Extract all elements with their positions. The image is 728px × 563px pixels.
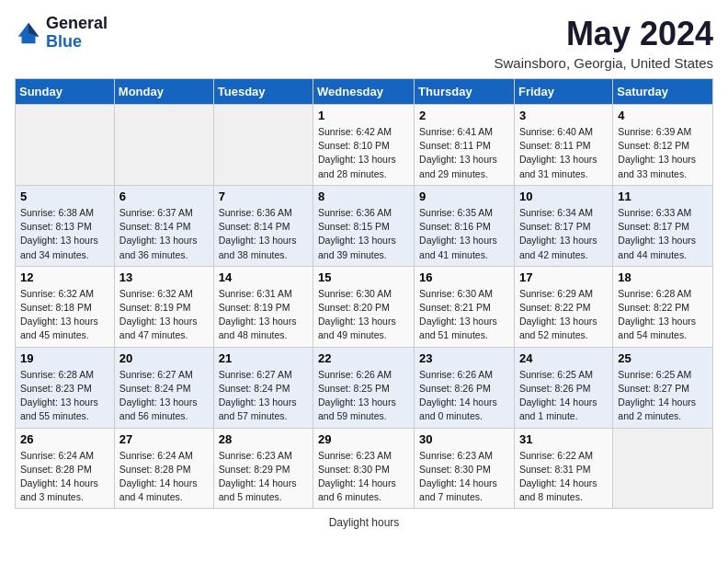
day-info: Sunrise: 6:36 AM Sunset: 8:15 PM Dayligh… <box>318 206 409 262</box>
day-info: Sunrise: 6:25 AM Sunset: 8:27 PM Dayligh… <box>618 368 708 424</box>
day-header-tuesday: Tuesday <box>213 79 313 105</box>
day-number: 5 <box>20 190 109 203</box>
day-number: 7 <box>219 190 308 203</box>
calendar-cell <box>213 105 313 186</box>
calendar-cell: 13Sunrise: 6:32 AM Sunset: 8:19 PM Dayli… <box>114 266 213 347</box>
day-number: 22 <box>318 351 409 365</box>
day-number: 16 <box>419 270 509 284</box>
calendar-cell: 11Sunrise: 6:33 AM Sunset: 8:17 PM Dayli… <box>613 185 713 266</box>
day-number: 14 <box>219 270 308 284</box>
logo-general-text: General <box>46 15 108 33</box>
calendar-cell: 21Sunrise: 6:27 AM Sunset: 8:24 PM Dayli… <box>213 347 313 428</box>
calendar-cell <box>613 428 713 509</box>
day-number: 13 <box>119 270 209 284</box>
day-info: Sunrise: 6:42 AM Sunset: 8:10 PM Dayligh… <box>318 125 409 181</box>
days-row: SundayMondayTuesdayWednesdayThursdayFrid… <box>16 79 713 105</box>
calendar-cell: 29Sunrise: 6:23 AM Sunset: 8:30 PM Dayli… <box>313 428 415 509</box>
day-number: 25 <box>618 351 708 365</box>
logo-blue-text: Blue <box>46 33 108 52</box>
calendar-header: SundayMondayTuesdayWednesdayThursdayFrid… <box>16 79 713 105</box>
calendar-cell: 19Sunrise: 6:28 AM Sunset: 8:23 PM Dayli… <box>16 347 115 428</box>
day-info: Sunrise: 6:38 AM Sunset: 8:13 PM Dayligh… <box>20 206 109 262</box>
week-row-1: 1Sunrise: 6:42 AM Sunset: 8:10 PM Daylig… <box>16 105 713 186</box>
day-info: Sunrise: 6:27 AM Sunset: 8:24 PM Dayligh… <box>119 368 209 424</box>
day-info: Sunrise: 6:26 AM Sunset: 8:26 PM Dayligh… <box>419 368 509 424</box>
day-info: Sunrise: 6:30 AM Sunset: 8:21 PM Dayligh… <box>419 287 509 343</box>
calendar-cell: 8Sunrise: 6:36 AM Sunset: 8:15 PM Daylig… <box>313 185 415 266</box>
calendar-cell: 5Sunrise: 6:38 AM Sunset: 8:13 PM Daylig… <box>16 185 115 266</box>
day-header-thursday: Thursday <box>415 79 515 105</box>
calendar-cell: 31Sunrise: 6:22 AM Sunset: 8:31 PM Dayli… <box>514 428 612 509</box>
day-number: 6 <box>119 190 209 203</box>
day-header-monday: Monday <box>114 79 213 105</box>
day-number: 8 <box>318 190 409 203</box>
day-info: Sunrise: 6:39 AM Sunset: 8:12 PM Dayligh… <box>618 125 708 181</box>
calendar-cell: 28Sunrise: 6:23 AM Sunset: 8:29 PM Dayli… <box>213 428 313 509</box>
day-info: Sunrise: 6:41 AM Sunset: 8:11 PM Dayligh… <box>419 125 509 181</box>
calendar-cell: 17Sunrise: 6:29 AM Sunset: 8:22 PM Dayli… <box>514 266 612 347</box>
calendar-cell: 2Sunrise: 6:41 AM Sunset: 8:11 PM Daylig… <box>415 105 515 186</box>
title-area: May 2024 Swainsboro, Georgia, United Sta… <box>495 15 713 71</box>
day-number: 15 <box>318 270 409 284</box>
day-info: Sunrise: 6:35 AM Sunset: 8:16 PM Dayligh… <box>419 206 509 262</box>
week-row-2: 5Sunrise: 6:38 AM Sunset: 8:13 PM Daylig… <box>16 185 713 266</box>
location-text: Swainsboro, Georgia, United States <box>495 55 713 71</box>
day-info: Sunrise: 6:28 AM Sunset: 8:22 PM Dayligh… <box>618 287 708 343</box>
month-title: May 2024 <box>495 15 713 53</box>
week-row-3: 12Sunrise: 6:32 AM Sunset: 8:18 PM Dayli… <box>16 266 713 347</box>
day-number: 21 <box>219 351 308 365</box>
day-number: 27 <box>119 432 209 446</box>
day-number: 24 <box>519 351 608 365</box>
day-number: 11 <box>618 190 708 203</box>
logo: General Blue <box>15 15 108 52</box>
calendar-cell: 1Sunrise: 6:42 AM Sunset: 8:10 PM Daylig… <box>313 105 415 186</box>
day-info: Sunrise: 6:32 AM Sunset: 8:18 PM Dayligh… <box>20 287 109 343</box>
day-number: 28 <box>219 432 308 446</box>
day-number: 4 <box>618 109 708 122</box>
calendar-cell: 16Sunrise: 6:30 AM Sunset: 8:21 PM Dayli… <box>415 266 515 347</box>
day-number: 31 <box>519 432 608 446</box>
day-info: Sunrise: 6:40 AM Sunset: 8:11 PM Dayligh… <box>519 125 608 181</box>
calendar-cell: 4Sunrise: 6:39 AM Sunset: 8:12 PM Daylig… <box>613 105 713 186</box>
calendar-cell: 6Sunrise: 6:37 AM Sunset: 8:14 PM Daylig… <box>114 185 213 266</box>
day-info: Sunrise: 6:22 AM Sunset: 8:31 PM Dayligh… <box>519 449 608 505</box>
calendar-cell <box>16 105 115 186</box>
day-info: Sunrise: 6:36 AM Sunset: 8:14 PM Dayligh… <box>219 206 308 262</box>
day-info: Sunrise: 6:23 AM Sunset: 8:30 PM Dayligh… <box>419 449 509 505</box>
calendar-cell: 12Sunrise: 6:32 AM Sunset: 8:18 PM Dayli… <box>16 266 115 347</box>
page-header: General Blue May 2024 Swainsboro, Georgi… <box>15 15 713 71</box>
calendar-cell: 15Sunrise: 6:30 AM Sunset: 8:20 PM Dayli… <box>313 266 415 347</box>
day-number: 3 <box>519 109 608 122</box>
calendar-cell: 10Sunrise: 6:34 AM Sunset: 8:17 PM Dayli… <box>514 185 612 266</box>
day-number: 1 <box>318 109 409 122</box>
day-info: Sunrise: 6:23 AM Sunset: 8:30 PM Dayligh… <box>318 449 409 505</box>
calendar-body: 1Sunrise: 6:42 AM Sunset: 8:10 PM Daylig… <box>16 105 713 509</box>
calendar-cell: 26Sunrise: 6:24 AM Sunset: 8:28 PM Dayli… <box>16 428 115 509</box>
calendar-table: SundayMondayTuesdayWednesdayThursdayFrid… <box>15 78 713 509</box>
calendar-cell: 3Sunrise: 6:40 AM Sunset: 8:11 PM Daylig… <box>514 105 612 186</box>
day-number: 26 <box>20 432 109 446</box>
day-info: Sunrise: 6:24 AM Sunset: 8:28 PM Dayligh… <box>119 449 209 505</box>
calendar-cell: 23Sunrise: 6:26 AM Sunset: 8:26 PM Dayli… <box>415 347 515 428</box>
logo-icon <box>15 19 42 47</box>
day-number: 19 <box>20 351 109 365</box>
day-info: Sunrise: 6:31 AM Sunset: 8:19 PM Dayligh… <box>219 287 308 343</box>
day-number: 10 <box>519 190 608 203</box>
calendar-cell: 22Sunrise: 6:26 AM Sunset: 8:25 PM Dayli… <box>313 347 415 428</box>
calendar-cell: 7Sunrise: 6:36 AM Sunset: 8:14 PM Daylig… <box>213 185 313 266</box>
day-number: 17 <box>519 270 608 284</box>
day-number: 2 <box>419 109 509 122</box>
day-info: Sunrise: 6:34 AM Sunset: 8:17 PM Dayligh… <box>519 206 608 262</box>
day-number: 9 <box>419 190 509 203</box>
calendar-cell: 9Sunrise: 6:35 AM Sunset: 8:16 PM Daylig… <box>415 185 515 266</box>
calendar-cell: 20Sunrise: 6:27 AM Sunset: 8:24 PM Dayli… <box>114 347 213 428</box>
day-header-wednesday: Wednesday <box>313 79 415 105</box>
day-info: Sunrise: 6:37 AM Sunset: 8:14 PM Dayligh… <box>119 206 209 262</box>
day-info: Sunrise: 6:27 AM Sunset: 8:24 PM Dayligh… <box>219 368 308 424</box>
day-number: 18 <box>618 270 708 284</box>
day-number: 30 <box>419 432 509 446</box>
day-info: Sunrise: 6:23 AM Sunset: 8:29 PM Dayligh… <box>219 449 308 505</box>
day-info: Sunrise: 6:25 AM Sunset: 8:26 PM Dayligh… <box>519 368 608 424</box>
day-number: 12 <box>20 270 109 284</box>
day-info: Sunrise: 6:32 AM Sunset: 8:19 PM Dayligh… <box>119 287 209 343</box>
